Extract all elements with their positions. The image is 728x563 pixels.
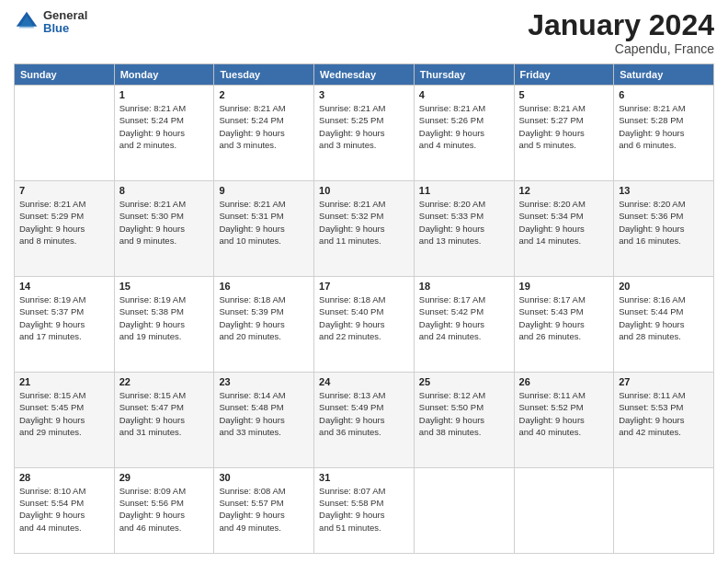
day-info: Sunrise: 8:14 AMSunset: 5:48 PMDaylight:… xyxy=(219,389,309,438)
table-row: 1Sunrise: 8:21 AMSunset: 5:24 PMDaylight… xyxy=(114,86,214,181)
calendar-table: Sunday Monday Tuesday Wednesday Thursday… xyxy=(14,63,714,554)
day-number: 15 xyxy=(119,281,210,292)
table-row: 29Sunrise: 8:09 AMSunset: 5:56 PMDayligh… xyxy=(114,467,214,553)
day-info: Sunrise: 8:21 AMSunset: 5:29 PMDaylight:… xyxy=(19,198,109,247)
day-info: Sunrise: 8:08 AMSunset: 5:57 PMDaylight:… xyxy=(219,485,309,534)
day-info: Sunrise: 8:16 AMSunset: 5:44 PMDaylight:… xyxy=(619,293,709,342)
weekday-header-row: Sunday Monday Tuesday Wednesday Thursday… xyxy=(15,64,714,86)
day-number: 22 xyxy=(119,376,210,387)
day-number: 30 xyxy=(219,472,309,483)
table-row: 17Sunrise: 8:18 AMSunset: 5:40 PMDayligh… xyxy=(314,277,415,373)
day-number: 28 xyxy=(19,472,109,483)
table-row: 4Sunrise: 8:21 AMSunset: 5:26 PMDaylight… xyxy=(414,86,514,181)
logo-icon xyxy=(14,9,40,35)
day-number: 29 xyxy=(119,472,210,483)
table-row xyxy=(614,467,714,553)
header-friday: Friday xyxy=(514,64,614,86)
table-row xyxy=(414,467,514,553)
day-number: 23 xyxy=(219,376,309,387)
day-info: Sunrise: 8:13 AMSunset: 5:49 PMDaylight:… xyxy=(319,389,409,438)
day-info: Sunrise: 8:21 AMSunset: 5:24 PMDaylight:… xyxy=(119,102,210,151)
header-tuesday: Tuesday xyxy=(214,64,314,86)
day-number: 26 xyxy=(519,376,609,387)
table-row: 12Sunrise: 8:20 AMSunset: 5:34 PMDayligh… xyxy=(514,181,614,277)
table-row: 10Sunrise: 8:21 AMSunset: 5:32 PMDayligh… xyxy=(314,181,415,277)
day-info: Sunrise: 8:19 AMSunset: 5:38 PMDaylight:… xyxy=(119,293,210,342)
day-number: 11 xyxy=(419,185,509,196)
day-info: Sunrise: 8:17 AMSunset: 5:43 PMDaylight:… xyxy=(519,293,609,342)
day-number: 10 xyxy=(319,185,409,196)
table-row: 20Sunrise: 8:16 AMSunset: 5:44 PMDayligh… xyxy=(614,277,714,373)
day-number: 25 xyxy=(419,376,509,387)
table-row: 15Sunrise: 8:19 AMSunset: 5:38 PMDayligh… xyxy=(114,277,214,373)
table-row: 24Sunrise: 8:13 AMSunset: 5:49 PMDayligh… xyxy=(314,372,415,467)
table-row: 3Sunrise: 8:21 AMSunset: 5:25 PMDaylight… xyxy=(314,86,415,181)
table-row xyxy=(15,86,115,181)
table-row xyxy=(514,467,614,553)
table-row: 13Sunrise: 8:20 AMSunset: 5:36 PMDayligh… xyxy=(614,181,714,277)
day-info: Sunrise: 8:21 AMSunset: 5:30 PMDaylight:… xyxy=(119,198,210,247)
day-number: 6 xyxy=(619,89,709,100)
table-row: 19Sunrise: 8:17 AMSunset: 5:43 PMDayligh… xyxy=(514,277,614,373)
day-number: 9 xyxy=(219,185,309,196)
day-number: 8 xyxy=(119,185,210,196)
logo-blue-text: Blue xyxy=(43,22,87,35)
title-section: January 2024 Capendu, France xyxy=(528,9,714,56)
logo-text: General Blue xyxy=(43,9,87,36)
day-info: Sunrise: 8:09 AMSunset: 5:56 PMDaylight:… xyxy=(119,485,210,534)
day-number: 12 xyxy=(519,185,609,196)
table-row: 16Sunrise: 8:18 AMSunset: 5:39 PMDayligh… xyxy=(214,277,314,373)
day-number: 13 xyxy=(619,185,709,196)
day-number: 24 xyxy=(319,376,409,387)
table-row: 28Sunrise: 8:10 AMSunset: 5:54 PMDayligh… xyxy=(15,467,115,553)
day-number: 16 xyxy=(219,281,309,292)
header-saturday: Saturday xyxy=(614,64,714,86)
table-row: 23Sunrise: 8:14 AMSunset: 5:48 PMDayligh… xyxy=(214,372,314,467)
day-info: Sunrise: 8:11 AMSunset: 5:52 PMDaylight:… xyxy=(519,389,609,438)
table-row: 8Sunrise: 8:21 AMSunset: 5:30 PMDaylight… xyxy=(114,181,214,277)
table-row: 25Sunrise: 8:12 AMSunset: 5:50 PMDayligh… xyxy=(414,372,514,467)
page: General Blue January 2024 Capendu, Franc… xyxy=(0,0,728,563)
header-monday: Monday xyxy=(114,64,214,86)
day-number: 19 xyxy=(519,281,609,292)
day-number: 27 xyxy=(619,376,709,387)
day-info: Sunrise: 8:15 AMSunset: 5:47 PMDaylight:… xyxy=(119,389,210,438)
table-row: 7Sunrise: 8:21 AMSunset: 5:29 PMDaylight… xyxy=(15,181,115,277)
day-info: Sunrise: 8:17 AMSunset: 5:42 PMDaylight:… xyxy=(419,293,509,342)
day-info: Sunrise: 8:11 AMSunset: 5:53 PMDaylight:… xyxy=(619,389,709,438)
table-row: 30Sunrise: 8:08 AMSunset: 5:57 PMDayligh… xyxy=(214,467,314,553)
day-info: Sunrise: 8:07 AMSunset: 5:58 PMDaylight:… xyxy=(319,485,409,534)
table-row: 18Sunrise: 8:17 AMSunset: 5:42 PMDayligh… xyxy=(414,277,514,373)
day-number: 17 xyxy=(319,281,409,292)
logo-general-text: General xyxy=(43,9,87,22)
day-info: Sunrise: 8:20 AMSunset: 5:33 PMDaylight:… xyxy=(419,198,509,247)
day-info: Sunrise: 8:10 AMSunset: 5:54 PMDaylight:… xyxy=(19,485,109,534)
logo: General Blue xyxy=(14,9,87,36)
day-number: 21 xyxy=(19,376,109,387)
day-number: 20 xyxy=(619,281,709,292)
table-row: 14Sunrise: 8:19 AMSunset: 5:37 PMDayligh… xyxy=(15,277,115,373)
day-info: Sunrise: 8:20 AMSunset: 5:34 PMDaylight:… xyxy=(519,198,609,247)
day-info: Sunrise: 8:21 AMSunset: 5:27 PMDaylight:… xyxy=(519,102,609,151)
day-number: 18 xyxy=(419,281,509,292)
location: Capendu, France xyxy=(528,41,714,56)
day-number: 14 xyxy=(19,281,109,292)
header: General Blue January 2024 Capendu, Franc… xyxy=(14,9,714,56)
day-info: Sunrise: 8:15 AMSunset: 5:45 PMDaylight:… xyxy=(19,389,109,438)
day-info: Sunrise: 8:21 AMSunset: 5:25 PMDaylight:… xyxy=(319,102,409,151)
day-info: Sunrise: 8:12 AMSunset: 5:50 PMDaylight:… xyxy=(419,389,509,438)
day-info: Sunrise: 8:21 AMSunset: 5:32 PMDaylight:… xyxy=(319,198,409,247)
table-row: 5Sunrise: 8:21 AMSunset: 5:27 PMDaylight… xyxy=(514,86,614,181)
day-number: 2 xyxy=(219,89,309,100)
day-info: Sunrise: 8:21 AMSunset: 5:24 PMDaylight:… xyxy=(219,102,309,151)
day-number: 3 xyxy=(319,89,409,100)
table-row: 26Sunrise: 8:11 AMSunset: 5:52 PMDayligh… xyxy=(514,372,614,467)
day-number: 4 xyxy=(419,89,509,100)
day-number: 31 xyxy=(319,472,409,483)
table-row: 9Sunrise: 8:21 AMSunset: 5:31 PMDaylight… xyxy=(214,181,314,277)
table-row: 6Sunrise: 8:21 AMSunset: 5:28 PMDaylight… xyxy=(614,86,714,181)
table-row: 21Sunrise: 8:15 AMSunset: 5:45 PMDayligh… xyxy=(15,372,115,467)
day-info: Sunrise: 8:21 AMSunset: 5:26 PMDaylight:… xyxy=(419,102,509,151)
day-info: Sunrise: 8:18 AMSunset: 5:39 PMDaylight:… xyxy=(219,293,309,342)
header-sunday: Sunday xyxy=(15,64,115,86)
